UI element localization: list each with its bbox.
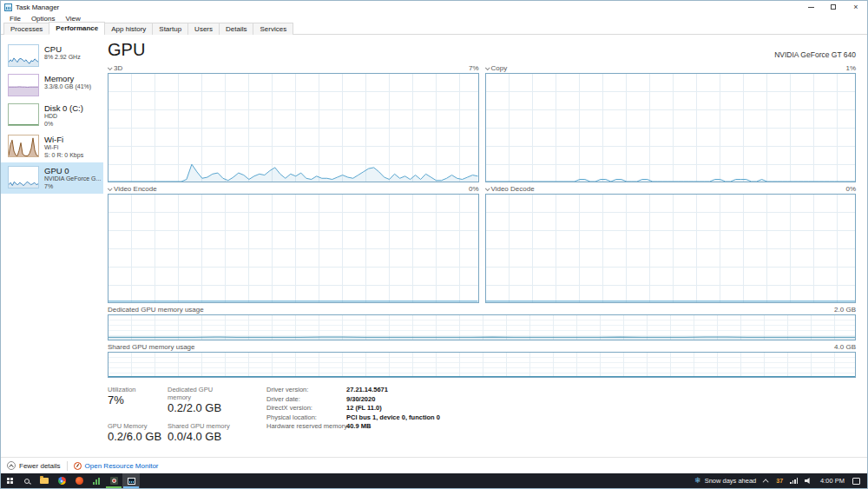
maximize-icon <box>831 4 836 10</box>
weather-text: Snow days ahead <box>705 477 757 485</box>
driver-date-value: 9/30/2020 <box>346 395 440 404</box>
brave-button[interactable] <box>70 473 88 488</box>
wifi-mini-chart <box>8 135 39 157</box>
sidebar-memory-stat: 3.3/8.0 GB (41%) <box>44 83 91 91</box>
shared-gpu-memory-value: 0.0/4.0 GB <box>168 430 230 444</box>
gpu-copy-percent: 1% <box>845 64 856 72</box>
shared-memory-header: Shared GPU memory usage 4.0 GB <box>108 343 856 351</box>
tab-performance[interactable]: Performance <box>49 22 105 35</box>
page-title: GPU <box>108 40 145 59</box>
task-manager-window: Task Manager × File Options View Process… <box>0 0 868 489</box>
folder-icon <box>40 478 49 484</box>
resource-monitor-label: Open Resource Monitor <box>85 462 159 470</box>
fewer-details-label: Fewer details <box>19 462 61 470</box>
driver-version-value: 27.21.14.5671 <box>346 386 440 394</box>
network-tray-button[interactable] <box>786 478 801 484</box>
gpu-details-list: Driver version: 27.21.14.5671 Driver dat… <box>266 386 440 451</box>
tab-services[interactable]: Services <box>253 23 293 35</box>
gpu-device-name: NVIDIA GeForce GT 640 <box>774 50 856 59</box>
sidebar-gpu-title: GPU 0 <box>44 166 101 175</box>
dedicated-gpu-memory-label: Dedicated GPU memory <box>168 386 230 401</box>
taskbar-clock[interactable]: 4:00 PM <box>816 477 849 485</box>
volume-tray-button[interactable] <box>801 478 816 485</box>
sidebar-wifi-title: Wi-Fi <box>44 135 83 144</box>
window-title: Task Manager <box>16 3 59 11</box>
video-decode-chart <box>485 194 857 303</box>
sidebar-item-memory[interactable]: Memory 3.3/8.0 GB (41%) <box>1 70 103 100</box>
show-hidden-icons-button[interactable] <box>761 479 773 483</box>
temperature-tray-icon[interactable]: 37 <box>773 478 786 484</box>
gpu-mini-chart <box>8 166 39 188</box>
sidebar-wifi-name: Wi-Fi <box>44 144 83 152</box>
search-icon <box>24 479 30 484</box>
tab-processes[interactable]: Processes <box>3 23 49 35</box>
sidebar-item-gpu[interactable]: GPU 0 NVIDIA GeForce G... 7% <box>1 162 103 194</box>
utilization-value: 7% <box>108 393 157 407</box>
gpu-3d-percent: 7% <box>469 64 479 72</box>
physical-location-label: Physical location: <box>266 413 343 422</box>
dedicated-memory-chart <box>108 314 856 340</box>
tab-app-history[interactable]: App history <box>104 23 153 35</box>
gpu-memory-label: GPU Memory <box>108 422 157 430</box>
shared-memory-max: 4.0 GB <box>834 343 856 351</box>
chart-app-button[interactable] <box>88 473 105 488</box>
task-manager-taskbar-button[interactable] <box>122 473 140 488</box>
chevron-down-icon <box>108 186 113 191</box>
sidebar-wifi-stat: S: 0 R: 0 Kbps <box>44 152 83 160</box>
windows-logo-icon <box>7 478 13 484</box>
gpu-stats: Utilization 7% Dedicated GPU memory 0.2/… <box>108 386 856 451</box>
start-button[interactable] <box>1 473 18 488</box>
dedicated-memory-header: Dedicated GPU memory usage 2.0 GB <box>108 306 856 314</box>
dedicated-gpu-memory-value: 0.2/2.0 GB <box>168 401 230 415</box>
chrome-button[interactable] <box>53 473 70 488</box>
action-center-button[interactable] <box>849 478 864 485</box>
gpu-copy-label: Copy <box>491 64 508 72</box>
file-explorer-button[interactable] <box>36 473 53 488</box>
shared-memory-chart <box>108 352 856 378</box>
minimize-icon <box>808 7 814 8</box>
sidebar-memory-title: Memory <box>44 74 91 83</box>
fewer-details-button[interactable]: Fewer details <box>7 461 61 470</box>
close-button[interactable]: × <box>845 1 867 13</box>
taskbar-search-button[interactable] <box>18 473 36 488</box>
minimize-button[interactable] <box>799 1 822 13</box>
sidebar-cpu-title: CPU <box>44 44 81 54</box>
speaker-icon <box>805 478 812 485</box>
system-tray: ❄ Snow days ahead 37 4:00 PM <box>689 473 867 488</box>
tab-startup[interactable]: Startup <box>152 23 188 35</box>
chevron-down-icon <box>484 186 490 191</box>
shared-memory-label: Shared GPU memory usage <box>108 343 195 351</box>
driver-version-label: Driver version: <box>266 386 343 394</box>
tab-users[interactable]: Users <box>187 23 220 35</box>
gpu-panel: GPU NVIDIA GeForce GT 640 3D 7% Copy 1% <box>103 35 867 457</box>
gpu-3d-header: 3D 7% <box>108 64 479 72</box>
sidebar-item-wifi[interactable]: Wi-Fi Wi-Fi S: 0 R: 0 Kbps <box>1 131 103 162</box>
performance-sidebar: CPU 8% 2.92 GHz Memory 3.3/8.0 GB (41%) … <box>1 35 103 457</box>
windows-taskbar: ❄ Snow days ahead 37 4:00 PM <box>1 473 867 488</box>
sidebar-item-cpu[interactable]: CPU 8% 2.92 GHz <box>1 41 103 70</box>
video-encode-label: Video Encode <box>114 185 157 193</box>
directx-version-label: DirectX version: <box>266 404 343 413</box>
tab-details[interactable]: Details <box>219 23 253 35</box>
weather-widget[interactable]: ❄ Snow days ahead <box>689 477 761 485</box>
menu-file[interactable]: File <box>4 14 26 23</box>
driver-date-label: Driver date: <box>266 395 343 404</box>
collapse-icon <box>7 461 16 470</box>
status-bar: Fewer details Open Resource Monitor <box>1 457 867 473</box>
dedicated-memory-max: 2.0 GB <box>834 306 856 314</box>
chevron-up-icon <box>763 479 769 485</box>
gpu-3d-chart <box>108 73 479 182</box>
resource-monitor-icon <box>74 462 82 470</box>
sidebar-cpu-stat: 8% 2.92 GHz <box>44 54 81 62</box>
maximize-button[interactable] <box>822 1 845 13</box>
shared-gpu-memory-label: Shared GPU memory <box>168 422 230 430</box>
action-center-icon <box>852 478 860 485</box>
recording-app-button[interactable] <box>105 473 122 488</box>
sidebar-gpu-stat: 7% <box>44 183 101 191</box>
chevron-down-icon <box>484 65 490 70</box>
disk-mini-chart <box>8 103 39 126</box>
sidebar-item-disk[interactable]: Disk 0 (C:) HDD 0% <box>1 100 103 131</box>
title-bar: Task Manager × <box>1 1 867 13</box>
open-resource-monitor-link[interactable]: Open Resource Monitor <box>74 462 159 470</box>
hardware-reserved-memory-label: Hardware reserved memory: <box>266 422 343 431</box>
